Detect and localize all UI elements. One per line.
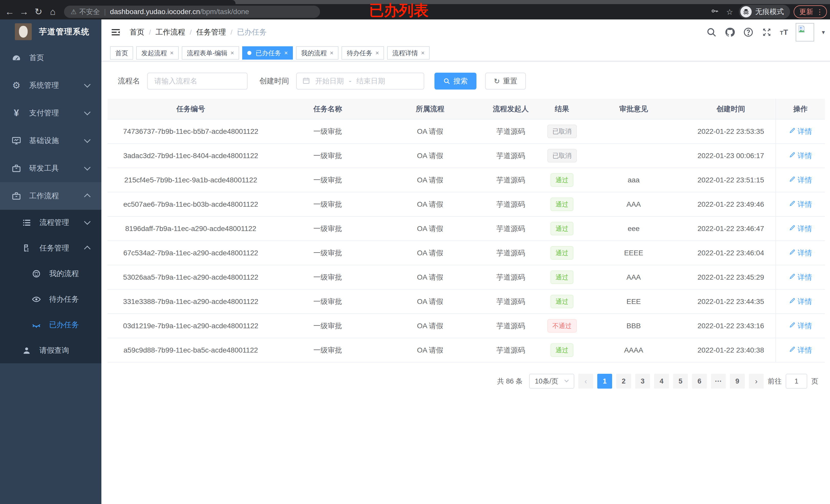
cell-process: OA 请假 bbox=[381, 338, 479, 362]
sidebar-item-基础设施[interactable]: 基础设施 bbox=[0, 127, 101, 155]
breadcrumb-item-任务管理[interactable]: 任务管理 bbox=[196, 27, 226, 37]
page-button-3[interactable]: 3 bbox=[635, 374, 650, 389]
detail-link[interactable]: 详情 bbox=[789, 321, 812, 331]
reload-icon[interactable]: ↻ bbox=[31, 5, 45, 19]
search-button[interactable]: 搜索 bbox=[435, 73, 476, 90]
detail-link[interactable]: 详情 bbox=[789, 248, 812, 258]
help-icon[interactable] bbox=[743, 27, 754, 38]
detail-link[interactable]: 详情 bbox=[789, 151, 812, 161]
cell-starter: 芋道源码 bbox=[479, 216, 543, 241]
page-button-4[interactable]: 4 bbox=[654, 374, 669, 389]
status-badge: 通过 bbox=[550, 343, 573, 357]
browser-menu-icon[interactable]: ⋮ bbox=[816, 8, 823, 16]
sidebar-item-系统管理[interactable]: ⚙系统管理 bbox=[0, 72, 101, 99]
forward-icon[interactable]: → bbox=[17, 5, 31, 19]
tab-label: 流程表单-编辑 bbox=[187, 49, 227, 57]
back-icon[interactable]: ← bbox=[3, 5, 17, 19]
search-icon[interactable] bbox=[706, 27, 717, 38]
page-button-2[interactable]: 2 bbox=[616, 374, 631, 389]
goto-page-input[interactable]: 1 bbox=[786, 374, 807, 389]
edit-icon bbox=[789, 249, 796, 257]
cell-comment: EEE bbox=[581, 289, 686, 314]
breadcrumb-item-首页[interactable]: 首页 bbox=[130, 27, 145, 37]
sidebar-item-待办任务[interactable]: 待办任务 bbox=[0, 287, 101, 312]
tab-已办任务[interactable]: 已办任务× bbox=[242, 46, 293, 60]
sidebar-item-我的流程[interactable]: 我的流程 bbox=[0, 261, 101, 287]
page-button-5[interactable]: 5 bbox=[673, 374, 688, 389]
sidebar-item-首页[interactable]: 首页 bbox=[0, 44, 101, 72]
table-row: 67c534a2-7b9a-11ec-a290-acde48001122一级审批… bbox=[107, 241, 825, 265]
tab-我的流程[interactable]: 我的流程× bbox=[296, 46, 339, 60]
browser-active-tab[interactable] bbox=[0, 0, 235, 4]
close-icon[interactable]: × bbox=[421, 49, 424, 57]
detail-link[interactable]: 详情 bbox=[789, 175, 812, 185]
detail-link[interactable]: 详情 bbox=[789, 272, 812, 282]
close-icon[interactable]: × bbox=[375, 49, 379, 57]
tab-发起流程[interactable]: 发起流程× bbox=[136, 46, 179, 60]
fullscreen-icon[interactable] bbox=[761, 27, 772, 38]
column-header-任务编号: 任务编号 bbox=[107, 99, 274, 119]
sidebar-item-任务管理[interactable]: 任务管理 bbox=[0, 235, 101, 261]
process-icon bbox=[21, 218, 33, 228]
sidebar-item-支付管理[interactable]: ¥支付管理 bbox=[0, 99, 101, 127]
font-size-icon[interactable]: TT bbox=[780, 28, 788, 37]
cell-task-name: 一级审批 bbox=[274, 119, 381, 143]
cell-task-name: 一级审批 bbox=[274, 192, 381, 216]
sidebar-item-请假查询[interactable]: 请假查询 bbox=[0, 338, 101, 363]
detail-link[interactable]: 详情 bbox=[789, 345, 812, 355]
sidebar-menu: 首页⚙系统管理¥支付管理基础设施研发工具工作流程流程管理任务管理我的流程待办任务… bbox=[0, 44, 101, 363]
chevron-up-icon bbox=[84, 246, 90, 252]
page-ellipsis[interactable]: ··· bbox=[711, 374, 726, 389]
browser-update-button[interactable]: 更新 ⋮ bbox=[794, 5, 827, 18]
address-bar[interactable]: ⚠ 不安全 | dashboard.yudao.iocoder.cn /bpm/… bbox=[64, 6, 320, 18]
sidebar-item-流程管理[interactable]: 流程管理 bbox=[0, 210, 101, 235]
close-icon[interactable]: × bbox=[170, 49, 173, 57]
tab-流程详情[interactable]: 流程详情× bbox=[387, 46, 429, 60]
end-date-placeholder: 结束日期 bbox=[356, 76, 385, 86]
cell-process: OA 请假 bbox=[381, 168, 479, 192]
page-button-9[interactable]: 9 bbox=[730, 374, 745, 389]
sidebar-item-研发工具[interactable]: 研发工具 bbox=[0, 155, 101, 182]
cell-comment: aaa bbox=[581, 168, 686, 192]
next-page-button[interactable]: › bbox=[749, 374, 764, 389]
done-task-table: 任务编号任务名称所属流程流程发起人结果审批意见创建时间操作 74736737-7… bbox=[107, 99, 824, 363]
page-button-6[interactable]: 6 bbox=[692, 374, 707, 389]
cell-starter: 芋道源码 bbox=[479, 241, 543, 265]
avatar-caret-icon[interactable]: ▾ bbox=[822, 29, 825, 36]
reset-button[interactable]: ↻ 重置 bbox=[485, 73, 526, 90]
key-icon[interactable] bbox=[709, 7, 721, 17]
app-logo-row[interactable]: 芋道管理系统 bbox=[0, 20, 101, 44]
close-icon[interactable]: × bbox=[330, 49, 333, 57]
column-header-结果: 结果 bbox=[543, 99, 581, 119]
sidebar-fold-icon[interactable] bbox=[108, 25, 123, 39]
close-icon[interactable]: × bbox=[284, 49, 288, 57]
tab-待办任务[interactable]: 待办任务× bbox=[342, 46, 384, 60]
user-avatar[interactable] bbox=[796, 23, 814, 41]
detail-link[interactable]: 详情 bbox=[789, 127, 812, 136]
sidebar-item-已办任务[interactable]: 已办任务 bbox=[0, 312, 101, 338]
home-icon[interactable]: ⌂ bbox=[45, 5, 60, 19]
close-icon[interactable]: × bbox=[230, 49, 234, 57]
page-button-1[interactable]: 1 bbox=[597, 374, 612, 389]
edit-icon bbox=[789, 273, 796, 281]
cell-starter: 芋道源码 bbox=[479, 265, 543, 289]
github-icon[interactable] bbox=[725, 27, 735, 38]
status-badge: 不通过 bbox=[547, 319, 577, 333]
prev-page-button[interactable]: ‹ bbox=[578, 374, 593, 389]
cell-process: OA 请假 bbox=[381, 241, 479, 265]
detail-link[interactable]: 详情 bbox=[789, 297, 812, 306]
bookmark-star-icon[interactable]: ☆ bbox=[724, 7, 735, 16]
tab-流程表单-编辑[interactable]: 流程表单-编辑× bbox=[182, 46, 239, 60]
process-name-input[interactable]: 请输入流程名 bbox=[147, 73, 248, 90]
table-row: 53026aa5-7b9a-11ec-a290-acde48001122一级审批… bbox=[107, 265, 825, 289]
sidebar: 芋道管理系统 首页⚙系统管理¥支付管理基础设施研发工具工作流程流程管理任务管理我… bbox=[0, 20, 101, 504]
breadcrumb-item-工作流程[interactable]: 工作流程 bbox=[155, 27, 185, 37]
detail-link[interactable]: 详情 bbox=[789, 224, 812, 234]
page-size-select[interactable]: 10条/页 bbox=[529, 374, 574, 389]
detail-link[interactable]: 详情 bbox=[789, 200, 812, 209]
sidebar-item-工作流程[interactable]: 工作流程 bbox=[0, 182, 101, 210]
tab-首页[interactable]: 首页 bbox=[110, 46, 133, 60]
insecure-label[interactable]: 不安全 bbox=[79, 7, 100, 16]
cell-create-time: 2022-01-22 23:40:38 bbox=[686, 338, 776, 362]
date-range-input[interactable]: 开始日期 - 结束日期 bbox=[296, 73, 424, 90]
